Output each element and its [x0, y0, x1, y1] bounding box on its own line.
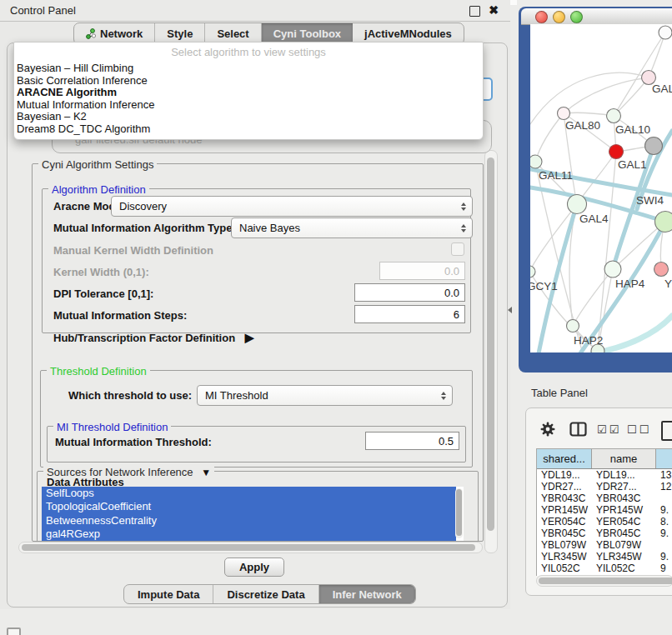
- table-cell: YLR345W: [537, 551, 592, 562]
- attributes-list-scrollbar[interactable]: [455, 488, 463, 538]
- panel-splitter-handle[interactable]: [508, 307, 512, 313]
- table-row[interactable]: YPR145WYPR145W9.: [537, 504, 672, 516]
- mi-steps-value: 6: [454, 308, 459, 321]
- hub-definition-expander[interactable]: Hub/Transcription Factor Definition ▶: [53, 331, 254, 344]
- gear-icon[interactable]: [540, 422, 555, 440]
- column-header-name[interactable]: name: [592, 449, 656, 468]
- table-cell: YPR145W: [537, 504, 592, 516]
- node-label-gal4: GAL4: [579, 212, 609, 225]
- network-canvas[interactable]: GALGAL80GAL10GAL1GAL11GAL4SWI4HAP4YGCY1H…: [530, 24, 672, 352]
- table-panel-title: Table Panel: [531, 387, 588, 399]
- node-label-gal10: GAL10: [615, 123, 650, 136]
- node-label-hap2: HAP2: [574, 334, 603, 347]
- table-row[interactable]: YBL079WYBL079W: [537, 539, 672, 551]
- node-label-gcy1: GCY1: [530, 280, 558, 292]
- close-traffic-light-icon[interactable]: [535, 11, 548, 23]
- table-cell: YBR045C: [537, 528, 592, 539]
- table-row[interactable]: YBR045CYBR045C9.: [537, 528, 672, 539]
- attribute-item-betweennesscentrality[interactable]: BetweennessCentrality: [42, 514, 456, 528]
- network-node-gal1[interactable]: [609, 145, 624, 159]
- aracne-mode-combo[interactable]: Discovery: [111, 196, 473, 217]
- table-cell: 12: [656, 481, 672, 492]
- node-label-gal80: GAL80: [565, 119, 600, 132]
- float-window-icon[interactable]: [469, 6, 480, 17]
- close-icon[interactable]: ✖: [487, 2, 500, 18]
- mit-value: 0.5: [439, 435, 454, 448]
- network-node-swi4[interactable]: [655, 212, 672, 232]
- kernel-width-field[interactable]: 0.0: [379, 262, 465, 280]
- network-node-gcy1[interactable]: [530, 266, 535, 278]
- mi-type-value: Naive Bayes: [239, 222, 300, 234]
- table-row[interactable]: YIL052CYIL052C9: [537, 562, 672, 574]
- tab-label: Select: [217, 28, 248, 40]
- algorithm-option-basic-correlation-inference[interactable]: Basic Correlation Inference: [16, 74, 480, 87]
- zoom-traffic-light-icon[interactable]: [570, 11, 583, 23]
- algorithm-option-aracne-algorithm[interactable]: ARACNE Algorithm: [16, 86, 480, 98]
- network-node-hap2[interactable]: [567, 320, 579, 332]
- table-cell: [656, 539, 672, 551]
- mi-steps-field[interactable]: 6: [354, 305, 465, 323]
- node-label-swi4: SWI4: [636, 194, 664, 207]
- network-node-hap4[interactable]: [604, 261, 621, 278]
- manual-kernel-label: Manual Kernel Width Definition: [53, 244, 213, 257]
- algorithm-option-dream8-dc-tdc-algorithm[interactable]: Dream8 DC_TDC Algorithm: [16, 122, 480, 135]
- attribute-item-topologicalcoefficient[interactable]: TopologicalCoefficient: [42, 500, 456, 513]
- network-window-titlebar[interactable]: [521, 8, 672, 25]
- network-node-gal80[interactable]: [558, 108, 570, 120]
- bottom-tabs: Impute DataDiscretize DataInfer Network: [123, 584, 416, 604]
- table-row[interactable]: YER054CYER054C8.: [537, 516, 672, 528]
- apply-label: Apply: [239, 561, 269, 573]
- table-cell: YDL19...: [537, 469, 592, 481]
- bottom-tab-infer-network[interactable]: Infer Network: [319, 585, 415, 603]
- column-header-a[interactable]: A: [656, 449, 672, 468]
- data-attributes-list: SelfLoopsTopologicalCoefficientBetweenne…: [42, 487, 464, 541]
- expander-right-icon: ▶: [245, 331, 254, 344]
- minimize-traffic-light-icon[interactable]: [553, 11, 565, 23]
- expander-down-icon: ▼: [201, 467, 211, 478]
- table-row[interactable]: YDR27...YDR27...12: [537, 481, 672, 492]
- mit-field[interactable]: 0.5: [365, 432, 459, 450]
- dpi-tolerance-label: DPI Tolerance [0,1]:: [53, 288, 153, 300]
- algorithm-option-mutual-information-inference[interactable]: Mutual Information Inference: [16, 98, 480, 111]
- minimized-panel-icon[interactable]: [7, 628, 21, 635]
- network-node[interactable]: [645, 138, 663, 155]
- table-cell: YBR043C: [537, 492, 592, 504]
- panel-title: Control Panel: [10, 4, 76, 17]
- table-row[interactable]: YBR043CYBR043C: [537, 492, 672, 504]
- mi-threshold-definition-title: MI Threshold Definition: [53, 421, 171, 433]
- table-cell: YBR045C: [592, 528, 656, 539]
- mi-type-combo[interactable]: Naive Bayes: [231, 218, 473, 238]
- node-label-gal11: GAL11: [539, 169, 573, 182]
- which-threshold-combo[interactable]: MI Threshold: [197, 385, 453, 406]
- deselect-all-checkboxes-icon[interactable]: ☐☐: [627, 423, 651, 436]
- algorithm-option-bayesian-k2[interactable]: Bayesian – K2: [16, 110, 480, 122]
- settings-horizontal-scrollbar[interactable]: [18, 542, 483, 553]
- network-node[interactable]: [659, 26, 672, 39]
- bottom-tab-discretize-data[interactable]: Discretize Data: [213, 585, 318, 603]
- attribute-item-selfloops[interactable]: SelfLoops: [42, 487, 456, 500]
- network-node-y[interactable]: [654, 262, 669, 277]
- table-row[interactable]: YDL19...YDL19...13: [537, 469, 672, 481]
- threshold-definition-title: Threshold Definition: [47, 365, 150, 378]
- settings-vertical-scrollbar[interactable]: [484, 150, 498, 553]
- dpi-tolerance-field[interactable]: 0.0: [354, 283, 465, 302]
- attribute-item-gal4rgexp[interactable]: gal4RGexp: [42, 528, 456, 541]
- network-graph: GALGAL80GAL10GAL1GAL11GAL4SWI4HAP4YGCY1H…: [530, 24, 672, 352]
- apply-button[interactable]: Apply: [224, 558, 284, 577]
- new-table-icon[interactable]: [661, 421, 672, 441]
- table-horizontal-scrollbar[interactable]: [536, 575, 672, 587]
- network-node-gal11[interactable]: [530, 155, 542, 168]
- bottom-tab-impute-data[interactable]: Impute Data: [124, 585, 213, 603]
- network-node-gal4[interactable]: [568, 195, 587, 214]
- column-header-shared[interactable]: shared...: [537, 449, 592, 468]
- select-all-checkboxes-icon[interactable]: ☑☑: [597, 423, 621, 436]
- network-node-gal10[interactable]: [607, 109, 621, 123]
- manual-kernel-checkbox[interactable]: [451, 242, 464, 256]
- control-panel-window: Control Panel ✖ NetworkStyleSelectCyni T…: [0, 0, 510, 609]
- columns-icon[interactable]: [569, 422, 587, 440]
- table-cell: YPR145W: [592, 504, 656, 516]
- table-row[interactable]: YLR345WYLR345W9.: [537, 551, 672, 562]
- algorithm-option-bayesian-hill-climbing[interactable]: Bayesian – Hill Climbing: [16, 62, 480, 74]
- table-cell: YLR345W: [592, 551, 656, 562]
- tab-label: Infer Network: [333, 588, 402, 601]
